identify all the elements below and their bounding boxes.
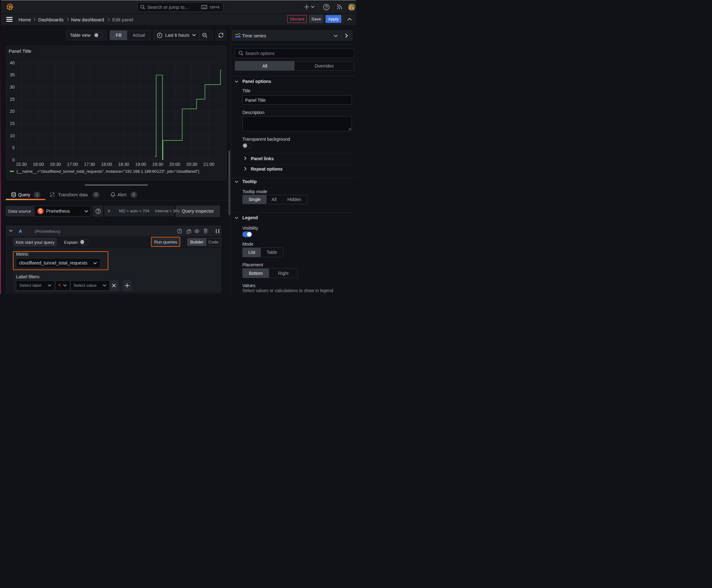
svg-text:16:30: 16:30: [50, 162, 61, 167]
svg-text:17:30: 17:30: [84, 162, 95, 167]
svg-text:35: 35: [10, 72, 15, 78]
svg-text:20:00: 20:00: [169, 162, 180, 167]
svg-text:30: 30: [10, 84, 15, 89]
svg-text:15:30: 15:30: [16, 162, 27, 167]
svg-text:15: 15: [10, 121, 15, 126]
svg-text:5: 5: [12, 145, 15, 150]
svg-text:19:30: 19:30: [152, 162, 163, 167]
svg-text:18:30: 18:30: [118, 162, 129, 167]
svg-text:10: 10: [10, 133, 15, 138]
svg-text:20: 20: [10, 109, 15, 114]
svg-text:16:00: 16:00: [33, 162, 44, 167]
svg-text:20:30: 20:30: [186, 162, 197, 167]
svg-text:17:00: 17:00: [67, 162, 78, 167]
svg-text:{__name__="cloudflared_tunnel_: {__name__="cloudflared_tunnel_total_requ…: [16, 169, 199, 174]
svg-text:18:00: 18:00: [101, 162, 112, 167]
svg-text:19:00: 19:00: [135, 162, 146, 167]
svg-text:40: 40: [10, 60, 15, 65]
svg-text:0: 0: [12, 158, 15, 162]
svg-text:25: 25: [10, 97, 15, 102]
svg-text:21:00: 21:00: [203, 162, 214, 167]
